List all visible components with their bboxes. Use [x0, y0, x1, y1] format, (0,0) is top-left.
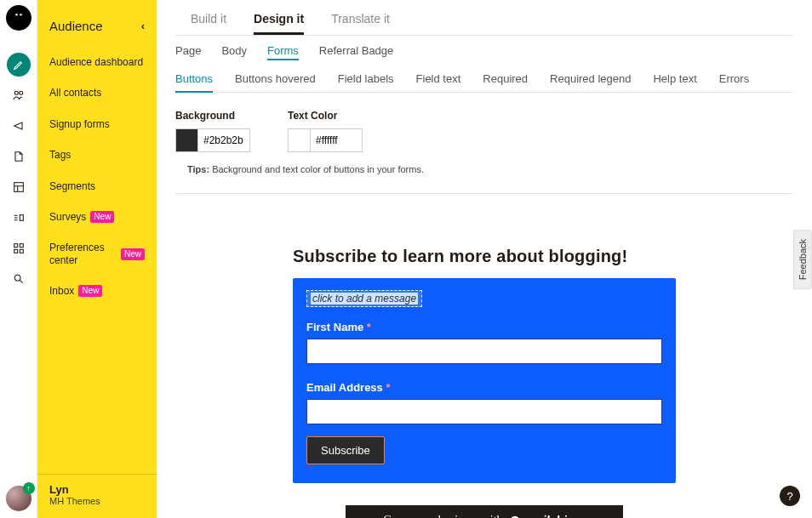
- sidebar-title[interactable]: Audience ‹: [37, 7, 157, 47]
- new-badge: New: [78, 285, 102, 297]
- styletab-help-text[interactable]: Help text: [653, 72, 696, 85]
- required-mark: *: [386, 381, 390, 394]
- sidebar: Audience ‹ Audience dashboard All contac…: [37, 0, 157, 518]
- subtab-referral[interactable]: Referral Badge: [319, 44, 393, 60]
- sidebar-user[interactable]: Lyn MH Themes: [37, 474, 157, 518]
- styletab-field-labels[interactable]: Field labels: [338, 72, 394, 85]
- top-tabs: Build it Design it Translate it: [175, 0, 793, 36]
- tab-design-it[interactable]: Design it: [254, 7, 304, 35]
- chevron-left-icon: ‹: [141, 20, 145, 32]
- form-card: click to add a message First Name * Emai…: [293, 278, 676, 483]
- sidebar-item-tags[interactable]: Tags: [37, 139, 157, 170]
- control-background: Background: [175, 110, 250, 152]
- sub-tabs: Page Body Forms Referral Badge: [175, 36, 793, 69]
- user-name: Lyn: [49, 483, 145, 496]
- new-badge: New: [90, 211, 114, 223]
- svg-rect-6: [20, 215, 23, 221]
- styletab-buttons-hovered[interactable]: Buttons hovered: [235, 72, 316, 85]
- svg-point-0: [12, 9, 25, 22]
- color-controls: Background Text Color: [175, 93, 793, 159]
- input-textcolor[interactable]: [311, 129, 362, 151]
- promo-banner[interactable]: Grow your business with mailchimp: [346, 505, 623, 518]
- styletab-field-text[interactable]: Field text: [416, 72, 461, 85]
- svg-point-11: [14, 275, 20, 281]
- label-textcolor: Text Color: [288, 110, 363, 122]
- sidebar-item-all-contacts[interactable]: All contacts: [37, 77, 157, 108]
- tips-label: Tips:: [187, 164, 209, 174]
- mailchimp-logo[interactable]: [6, 5, 31, 31]
- colorbox-textcolor[interactable]: [288, 128, 363, 152]
- styletab-required-legend[interactable]: Required legend: [550, 72, 631, 85]
- styletab-buttons[interactable]: Buttons: [175, 72, 213, 93]
- swatch-textcolor[interactable]: [289, 129, 311, 151]
- sidebar-item-preferences[interactable]: Preferences centerNew: [37, 232, 157, 276]
- svg-rect-9: [14, 249, 17, 253]
- sidebar-item-dashboard[interactable]: Audience dashboard: [37, 47, 157, 77]
- sidebar-item-segments[interactable]: Segments: [37, 171, 157, 202]
- svg-point-2: [20, 14, 22, 16]
- label-email: Email Address *: [306, 381, 662, 394]
- tab-translate-it[interactable]: Translate it: [331, 7, 390, 35]
- form-title[interactable]: Subscribe to learn more about blogging!: [293, 247, 676, 266]
- rail-automation-icon[interactable]: [7, 145, 31, 168]
- subtab-page[interactable]: Page: [175, 44, 201, 60]
- sidebar-item-surveys[interactable]: SurveysNew: [37, 202, 157, 232]
- input-email[interactable]: [306, 399, 662, 424]
- rail-audience-icon[interactable]: [7, 83, 31, 107]
- swatch-background[interactable]: [176, 129, 198, 151]
- icon-rail: [0, 0, 37, 518]
- sidebar-item-inbox[interactable]: InboxNew: [37, 276, 157, 306]
- input-first-name[interactable]: [306, 339, 662, 364]
- tips-text: Background and text color of buttons in …: [212, 164, 424, 174]
- style-tabs: Buttons Buttons hovered Field labels Fie…: [175, 69, 793, 93]
- tab-build-it[interactable]: Build it: [191, 7, 226, 35]
- new-badge: New: [121, 248, 145, 260]
- sidebar-item-signup-forms[interactable]: Signup forms: [37, 109, 157, 139]
- sidebar-title-label: Audience: [49, 19, 103, 33]
- label-first-name: First Name *: [306, 321, 662, 333]
- input-background[interactable]: [198, 129, 249, 151]
- rail-layout-icon[interactable]: [7, 175, 31, 199]
- svg-rect-10: [20, 249, 23, 253]
- subtab-forms[interactable]: Forms: [267, 44, 299, 60]
- rail-search-icon[interactable]: [7, 267, 31, 291]
- main: Build it Design it Translate it Page Bod…: [157, 0, 812, 518]
- svg-rect-7: [14, 244, 17, 248]
- rail-content-icon[interactable]: [7, 206, 31, 230]
- svg-point-3: [14, 91, 18, 94]
- subscribe-button[interactable]: Subscribe: [306, 436, 385, 464]
- svg-point-1: [15, 14, 18, 16]
- subtab-body[interactable]: Body: [221, 44, 247, 60]
- monkey-icon: [508, 514, 522, 518]
- svg-rect-5: [14, 183, 23, 192]
- promo-brand: mailchimp: [527, 514, 586, 518]
- styletab-required[interactable]: Required: [483, 72, 528, 85]
- styletab-errors[interactable]: Errors: [719, 72, 749, 85]
- svg-point-4: [19, 91, 22, 94]
- rail-integrations-icon[interactable]: [7, 236, 31, 260]
- message-placeholder[interactable]: click to add a message: [306, 290, 422, 307]
- svg-rect-8: [20, 244, 23, 248]
- control-textcolor: Text Color: [288, 110, 363, 152]
- help-bubble[interactable]: ?: [780, 486, 800, 506]
- user-sub: MH Themes: [49, 496, 145, 506]
- form-preview: Subscribe to learn more about blogging! …: [293, 247, 676, 518]
- rail-pencil-icon[interactable]: [7, 53, 31, 77]
- feedback-tab[interactable]: Feedback: [793, 230, 812, 289]
- required-mark: *: [367, 321, 371, 333]
- divider: [175, 193, 793, 194]
- rail-campaign-icon[interactable]: [7, 114, 31, 138]
- label-background: Background: [175, 110, 250, 122]
- promo-text: Grow your business with: [383, 514, 502, 518]
- colorbox-background[interactable]: [175, 128, 250, 152]
- avatar[interactable]: [6, 486, 31, 511]
- tips-line: Tips: Background and text color of butto…: [175, 159, 793, 193]
- monkey-icon: [6, 5, 31, 31]
